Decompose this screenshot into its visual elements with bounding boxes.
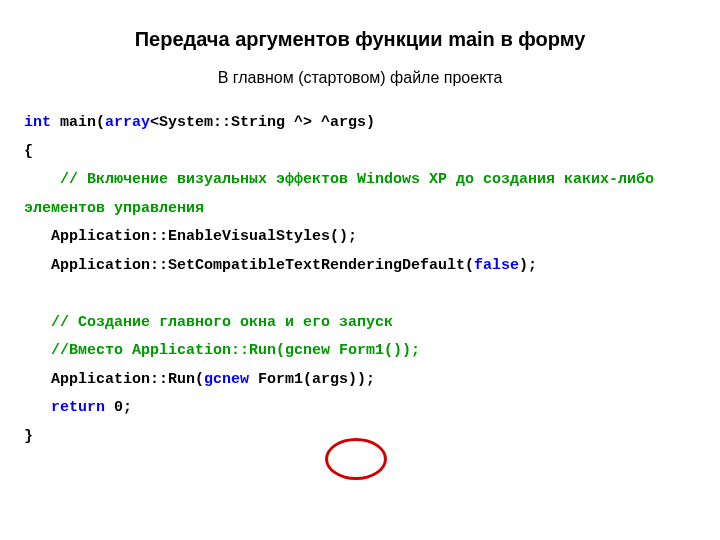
code-comment: // Включение визуальных эффектов Windows… xyxy=(24,171,663,217)
code-blank xyxy=(24,285,33,302)
code-text: Application::Run( xyxy=(51,371,204,388)
code-indent xyxy=(24,314,51,331)
page-subtitle: В главном (стартовом) файле проекта xyxy=(0,69,720,87)
page-title: Передача аргументов функции main в форму xyxy=(0,28,720,51)
code-text: main( xyxy=(51,114,105,131)
code-text: Application::EnableVisualStyles(); xyxy=(51,228,357,245)
code-text: { xyxy=(24,143,33,160)
code-text: Form1(args)); xyxy=(249,371,375,388)
code-comment: //Вместо Application::Run(gcnew Form1())… xyxy=(51,342,420,359)
code-indent xyxy=(24,371,51,388)
code-indent xyxy=(24,171,60,188)
code-text: Application::SetCompatibleTextRenderingD… xyxy=(51,257,474,274)
code-text: ); xyxy=(519,257,537,274)
code-indent xyxy=(24,257,51,274)
code-text: <System::String ^> ^args) xyxy=(150,114,375,131)
kw-array: array xyxy=(105,114,150,131)
code-block: int main(array<System::String ^> ^args) … xyxy=(0,109,720,451)
code-comment: // Создание главного окна и его запуск xyxy=(51,314,393,331)
code-text: 0; xyxy=(105,399,132,416)
kw-gcnew: gcnew xyxy=(204,371,249,388)
kw-int: int xyxy=(24,114,51,131)
kw-false: false xyxy=(474,257,519,274)
code-indent xyxy=(24,399,51,416)
code-text: } xyxy=(24,428,33,445)
code-indent xyxy=(24,228,51,245)
kw-return: return xyxy=(51,399,105,416)
code-indent xyxy=(24,342,51,359)
